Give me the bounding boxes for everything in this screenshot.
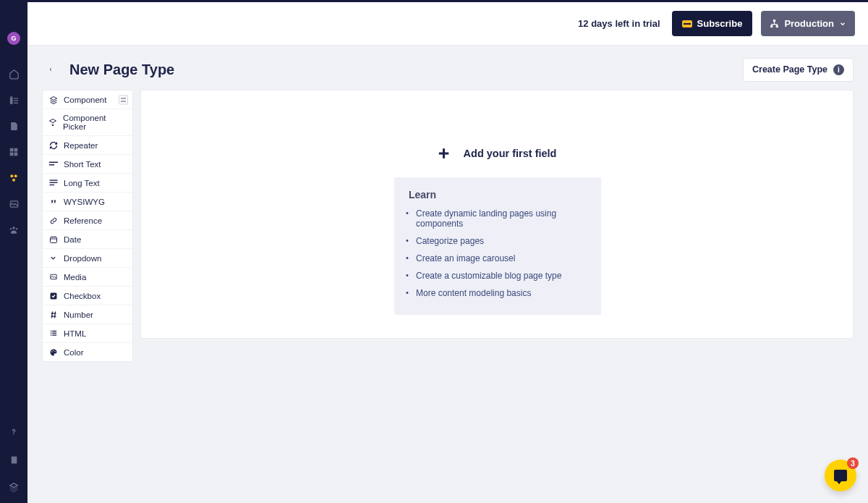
blog-icon[interactable] [8, 94, 20, 106]
field-type-html[interactable]: HTML [43, 324, 132, 343]
svg-rect-1 [14, 148, 18, 152]
field-types-panel: ComponentComponent PickerRepeaterShort T… [42, 90, 133, 362]
field-type-reference[interactable]: Reference [43, 211, 132, 230]
svg-point-31 [54, 350, 55, 351]
field-type-label: Reference [64, 216, 102, 225]
refresh-icon [48, 140, 58, 150]
help-icon[interactable] [8, 426, 20, 438]
nav-icons [8, 68, 20, 236]
canvas: Add your first field Learn Create dynami… [140, 90, 854, 339]
svg-rect-28 [52, 334, 56, 335]
field-type-component[interactable]: Component [43, 90, 132, 109]
learn-link-anchor[interactable]: Create a customizable blog page type [416, 271, 561, 281]
field-type-component-picker[interactable]: Component Picker [43, 109, 132, 136]
chevron-down-icon [839, 20, 846, 28]
field-type-label: WYSIWYG [64, 198, 105, 206]
svg-point-6 [12, 179, 15, 182]
layers-icon [48, 95, 58, 104]
learn-link: Create dynamic landing pages using compo… [409, 205, 587, 232]
field-type-media[interactable]: Media [43, 268, 132, 287]
add-first-text: Add your first field [464, 148, 557, 159]
picker-icon [48, 118, 57, 127]
svg-rect-13 [770, 25, 773, 28]
check-icon [48, 291, 58, 300]
back-button[interactable] [42, 61, 59, 78]
home-icon[interactable] [8, 68, 20, 80]
svg-rect-0 [10, 148, 14, 152]
topbar: 12 days left in trial Subscribe Producti… [27, 2, 868, 46]
field-type-label: Checkbox [64, 292, 101, 300]
svg-rect-16 [49, 164, 54, 166]
production-button[interactable]: Production [761, 11, 855, 36]
svg-point-10 [16, 228, 17, 229]
field-type-wysiwyg[interactable]: WYSIWYG [43, 193, 132, 211]
grid-icon[interactable] [8, 146, 20, 158]
field-type-color[interactable]: Color [43, 343, 132, 361]
learn-link-anchor[interactable]: Create an image carousel [416, 253, 515, 263]
field-type-label: Short Text [64, 160, 101, 169]
components-icon[interactable] [8, 172, 20, 184]
field-type-long-text[interactable]: Long Text [43, 174, 132, 193]
svg-rect-15 [49, 161, 58, 163]
svg-point-8 [12, 227, 15, 229]
field-type-label: Number [64, 310, 93, 319]
sidebar-bottom [0, 426, 27, 493]
page-icon[interactable] [8, 120, 20, 132]
users-icon[interactable] [8, 224, 20, 236]
svg-rect-14 [776, 25, 778, 28]
svg-point-4 [10, 174, 13, 177]
learn-link-anchor[interactable]: More content modeling basics [416, 288, 531, 298]
create-page-type-button[interactable]: Create Page Type i [743, 58, 854, 82]
subscribe-label: Subscribe [697, 18, 743, 29]
field-type-label: Long Text [64, 179, 100, 187]
learn-link-anchor[interactable]: Categorize pages [416, 236, 484, 246]
media-icon [48, 272, 58, 282]
info-icon: i [833, 64, 844, 75]
add-first-field[interactable]: Add your first field [438, 147, 557, 160]
learn-link-anchor[interactable]: Create dynamic landing pages using compo… [416, 208, 556, 229]
svg-rect-25 [50, 333, 51, 334]
svg-rect-26 [52, 333, 56, 334]
svg-point-30 [52, 350, 53, 350]
field-type-repeater[interactable]: Repeater [43, 136, 132, 155]
learn-link: Create a customizable blog page type [409, 267, 587, 284]
svg-rect-24 [52, 331, 56, 331]
learn-link: Create an image carousel [409, 250, 587, 267]
chat-icon [834, 470, 847, 481]
svg-rect-17 [49, 179, 57, 180]
chat-badge: 3 [847, 457, 859, 469]
field-type-label: Dropdown [64, 254, 101, 263]
field-type-short-text[interactable]: Short Text [43, 155, 132, 174]
field-type-label: Date [64, 235, 81, 244]
learn-title: Learn [409, 189, 587, 200]
field-type-label: Component [64, 96, 106, 104]
page-header: New Page Type Create Page Type i [42, 56, 854, 83]
field-type-checkbox[interactable]: Checkbox [43, 287, 132, 305]
svg-point-5 [14, 174, 17, 177]
field-type-date[interactable]: Date [43, 230, 132, 249]
page-title: New Page Type [69, 62, 174, 78]
media-icon[interactable] [8, 198, 20, 210]
list-icon [48, 329, 58, 338]
docs-icon[interactable] [8, 454, 20, 465]
create-label: Create Page Type [752, 64, 827, 75]
subscribe-button[interactable]: Subscribe [672, 11, 753, 36]
production-label: Production [784, 18, 834, 29]
avatar[interactable]: G [7, 32, 20, 45]
field-type-number[interactable]: Number [43, 305, 132, 324]
chat-button[interactable]: 3 [825, 460, 856, 491]
svg-rect-20 [50, 237, 56, 242]
page-header-left: New Page Type [42, 61, 174, 78]
calendar-icon [48, 234, 58, 244]
trial-text: 12 days left in trial [578, 18, 660, 29]
field-type-label: Component Picker [63, 114, 127, 131]
field-type-label: HTML [64, 329, 86, 338]
svg-rect-11 [11, 456, 17, 463]
left-sidebar: G [0, 0, 27, 503]
stack-icon[interactable] [8, 481, 20, 493]
field-type-label: Color [64, 348, 83, 357]
shorttext-icon [48, 159, 58, 169]
svg-rect-27 [50, 334, 51, 335]
svg-point-29 [51, 351, 51, 352]
field-type-dropdown[interactable]: Dropdown [43, 249, 132, 268]
